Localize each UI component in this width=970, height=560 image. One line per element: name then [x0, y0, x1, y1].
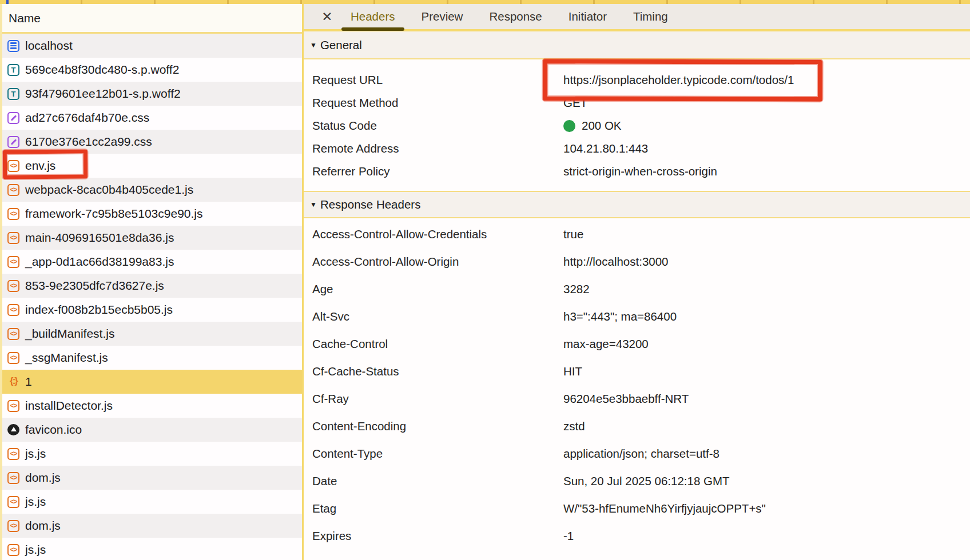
- tab-initiator[interactable]: Initiator: [569, 5, 607, 29]
- tab-preview[interactable]: Preview: [422, 5, 463, 29]
- request-row[interactable]: <>853-9e2305dfc7d3627e.js: [0, 274, 302, 298]
- chevron-down-icon: ▼: [310, 41, 317, 49]
- script-icon: <>: [7, 304, 19, 316]
- request-name: webpack-8cac0b4b405cede1.js: [25, 183, 193, 197]
- toolbar-tick: [740, 0, 741, 4]
- header-value: W/"53-hfEnumeNh6YirfjyjaujcOPPT+s": [563, 502, 766, 515]
- request-row[interactable]: <>js.js: [0, 490, 302, 514]
- script-icon: <>: [7, 328, 19, 340]
- toolbar-tick: [959, 0, 961, 4]
- tab-timing[interactable]: Timing: [633, 5, 668, 29]
- request-name: ad27c676daf4b70e.css: [25, 111, 149, 125]
- request-name: main-4096916501e8da36.js: [25, 231, 174, 245]
- header-row: Content-Encodingzstd: [304, 413, 970, 440]
- header-value: strict-origin-when-cross-origin: [563, 165, 717, 178]
- name-column-header[interactable]: Name: [0, 4, 302, 34]
- header-label: Status Code: [312, 119, 563, 133]
- request-row[interactable]: {:}1: [0, 370, 302, 394]
- headers-panel: ✕ HeadersPreviewResponseInitiatorTiming …: [304, 4, 970, 560]
- left-edge-highlight: [0, 4, 2, 560]
- header-label: Access-Control-Allow-Origin: [312, 255, 563, 269]
- general-rows: Request URLhttps://jsonplaceholder.typic…: [304, 59, 970, 183]
- request-row[interactable]: <>dom.js: [0, 514, 302, 538]
- header-label: Etag: [312, 502, 563, 515]
- header-label: Age: [312, 282, 563, 296]
- header-value: http://localhost:3000: [563, 255, 669, 269]
- header-value: max-age=43200: [563, 337, 649, 351]
- request-row[interactable]: T569ce4b8f30dc480-s.p.woff2: [0, 58, 302, 82]
- header-label: Date: [312, 474, 563, 488]
- request-row[interactable]: <>framework-7c95b8e5103c9e90.js: [0, 202, 302, 226]
- request-row[interactable]: <>webpack-8cac0b4b405cede1.js: [0, 178, 302, 202]
- script-icon: <>: [7, 352, 19, 364]
- header-row: Status Code200 OK: [304, 114, 970, 137]
- request-name: 569ce4b8f30dc480-s.p.woff2: [25, 63, 179, 77]
- request-name: js.js: [25, 495, 46, 509]
- header-label: Request Method: [312, 96, 563, 110]
- active-tab-underline: [341, 27, 404, 31]
- panel-divider[interactable]: [302, 4, 304, 560]
- toolbar-tick: [886, 0, 888, 4]
- script-icon: <>: [7, 232, 19, 244]
- header-row: Alt-Svch3=":443"; ma=86400: [304, 303, 970, 330]
- request-row[interactable]: <>_buildManifest.js: [0, 322, 302, 346]
- toolbar-tick: [813, 0, 814, 4]
- request-row[interactable]: localhost: [0, 34, 302, 58]
- devtools-network-panel: Name localhostT569ce4b8f30dc480-s.p.woff…: [0, 0, 970, 560]
- section-header-response-headers[interactable]: ▼ Response Headers: [304, 192, 970, 218]
- request-row[interactable]: <>dom.js: [0, 466, 302, 490]
- request-name: 1: [25, 375, 32, 389]
- request-name: dom.js: [25, 471, 61, 485]
- close-icon[interactable]: ✕: [319, 9, 336, 25]
- header-value: https://jsonplaceholder.typicode.com/tod…: [563, 73, 794, 87]
- image-icon: [7, 424, 19, 435]
- header-label: Content-Type: [312, 447, 563, 461]
- header-row: Cf-Ray96204e5e3bbaebff-NRT: [304, 385, 970, 413]
- tab-headers[interactable]: Headers: [351, 5, 395, 29]
- request-name: 853-9e2305dfc7d3627e.js: [25, 279, 164, 293]
- section-title: Response Headers: [320, 198, 421, 211]
- tab-response[interactable]: Response: [489, 5, 542, 29]
- header-row: Age3282: [304, 275, 970, 303]
- request-row[interactable]: favicon.ico: [0, 418, 302, 442]
- script-icon: <>: [7, 496, 19, 508]
- section-header-general[interactable]: ▼ General: [304, 31, 970, 59]
- header-row: Remote Address104.21.80.1:443: [304, 137, 970, 160]
- toolbar-tick: [81, 0, 82, 4]
- script-icon: <>: [7, 184, 19, 196]
- status-dot-icon: [563, 120, 575, 132]
- request-row[interactable]: <>env.js: [0, 154, 302, 178]
- header-label: Request URL: [312, 73, 563, 87]
- header-value: 96204e5e3bbaebff-NRT: [563, 392, 689, 406]
- header-value: HIT: [563, 365, 582, 378]
- header-label: Cf-Cache-Status: [312, 365, 563, 378]
- header-label: Content-Encoding: [312, 419, 563, 433]
- request-row[interactable]: <>_ssgManifest.js: [0, 346, 302, 370]
- script-icon: <>: [7, 256, 19, 268]
- header-row: Referrer Policystrict-origin-when-cross-…: [304, 160, 970, 183]
- request-row[interactable]: <>installDetector.js: [0, 394, 302, 418]
- request-name: js.js: [25, 543, 46, 557]
- request-row[interactable]: <>js.js: [0, 538, 302, 560]
- header-value: application/json; charset=utf-8: [563, 447, 719, 461]
- header-label: Expires: [312, 529, 563, 543]
- request-row[interactable]: <>_app-0d1ac66d38199a83.js: [0, 250, 302, 274]
- toolbar-tick: [300, 0, 302, 4]
- header-value: zstd: [563, 419, 585, 433]
- script-icon: <>: [7, 280, 19, 292]
- header-label: Alt-Svc: [312, 310, 563, 323]
- request-row[interactable]: ad27c676daf4b70e.css: [0, 106, 302, 130]
- request-row[interactable]: <>js.js: [0, 442, 302, 466]
- toolbar-tick: [373, 0, 375, 4]
- toolbar-strip: [0, 0, 970, 4]
- request-row[interactable]: <>main-4096916501e8da36.js: [0, 226, 302, 250]
- request-list-panel: Name localhostT569ce4b8f30dc480-s.p.woff…: [0, 4, 302, 560]
- request-row[interactable]: 6170e376e1cc2a99.css: [0, 130, 302, 154]
- request-row[interactable]: T93f479601ee12b01-s.p.woff2: [0, 82, 302, 106]
- request-row[interactable]: <>index-f008b2b15ecb5b05.js: [0, 298, 302, 322]
- header-label: Cache-Control: [312, 337, 563, 351]
- header-label: Remote Address: [312, 142, 563, 155]
- tab-list: HeadersPreviewResponseInitiatorTiming: [351, 5, 668, 29]
- header-row: Expires-1: [304, 522, 970, 550]
- request-name: localhost: [25, 39, 73, 53]
